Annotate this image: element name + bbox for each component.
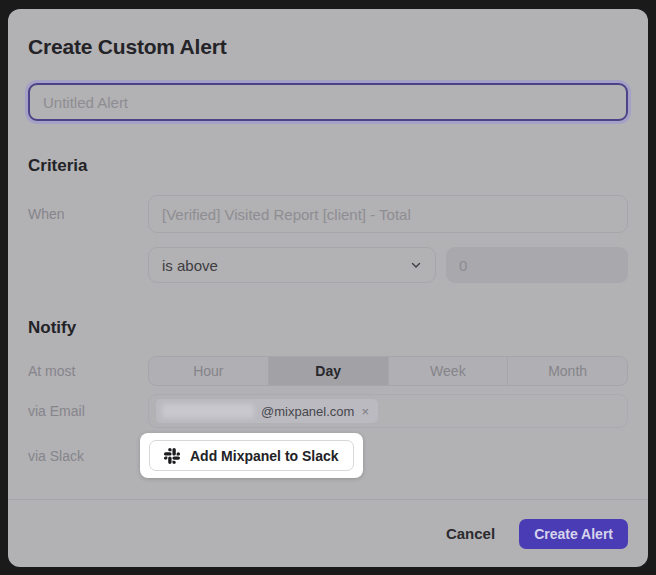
condition-select-value: is above bbox=[162, 257, 218, 274]
chevron-down-icon bbox=[410, 259, 422, 271]
remove-icon[interactable]: × bbox=[361, 405, 369, 418]
via-slack-label: via Slack bbox=[28, 448, 148, 464]
email-recipients-field[interactable]: @mixpanel.com × bbox=[148, 394, 628, 428]
cancel-button[interactable]: Cancel bbox=[446, 525, 495, 542]
create-custom-alert-modal: Create Custom Alert Criteria When [Verif… bbox=[8, 9, 648, 567]
when-label: When bbox=[28, 206, 148, 222]
notify-heading: Notify bbox=[28, 317, 628, 339]
via-slack-row: via Slack Add Mixpanel to Slack bbox=[28, 433, 628, 478]
criteria-heading: Criteria bbox=[28, 155, 628, 177]
condition-row: is above 0 bbox=[28, 247, 628, 283]
email-chip-domain: @mixpanel.com bbox=[261, 404, 354, 419]
slack-button-spotlight: Add Mixpanel to Slack bbox=[140, 433, 363, 478]
frequency-segmented-control: Hour Day Week Month bbox=[148, 356, 628, 386]
threshold-input[interactable]: 0 bbox=[446, 247, 628, 283]
condition-select[interactable]: is above bbox=[148, 247, 436, 283]
at-most-row: At most Hour Day Week Month bbox=[28, 356, 628, 386]
slack-icon bbox=[164, 448, 180, 464]
alert-name-input[interactable] bbox=[28, 83, 628, 121]
when-row: When [Verified] Visited Report [client] … bbox=[28, 195, 628, 233]
frequency-option-hour[interactable]: Hour bbox=[149, 357, 268, 385]
modal-footer: Cancel Create Alert bbox=[8, 499, 648, 567]
add-mixpanel-to-slack-button[interactable]: Add Mixpanel to Slack bbox=[149, 440, 354, 471]
modal-body: Create Custom Alert Criteria When [Verif… bbox=[8, 9, 648, 499]
via-email-label: via Email bbox=[28, 403, 148, 419]
via-email-row: via Email @mixpanel.com × bbox=[28, 394, 628, 428]
frequency-option-week[interactable]: Week bbox=[388, 357, 508, 385]
threshold-value: 0 bbox=[459, 257, 467, 274]
metric-input[interactable]: [Verified] Visited Report [client] - Tot… bbox=[148, 195, 628, 233]
email-chip: @mixpanel.com × bbox=[156, 399, 378, 423]
create-alert-button[interactable]: Create Alert bbox=[519, 519, 628, 549]
slack-button-label: Add Mixpanel to Slack bbox=[190, 448, 339, 464]
frequency-option-day[interactable]: Day bbox=[268, 357, 388, 385]
metric-value: [Verified] Visited Report [client] - Tot… bbox=[162, 206, 411, 223]
frequency-option-month[interactable]: Month bbox=[507, 357, 627, 385]
at-most-label: At most bbox=[28, 363, 148, 379]
redacted-email-username bbox=[162, 404, 254, 418]
modal-title: Create Custom Alert bbox=[28, 33, 628, 61]
